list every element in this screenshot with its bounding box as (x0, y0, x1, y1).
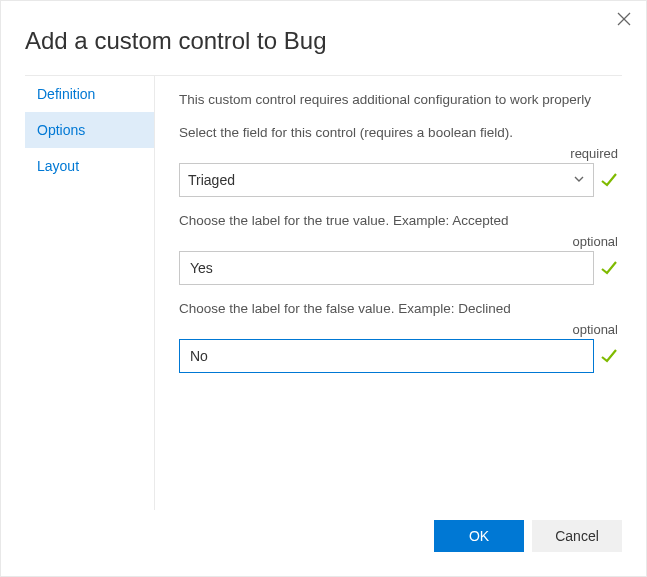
sidebar-item-options[interactable]: Options (25, 112, 154, 148)
cancel-button[interactable]: Cancel (532, 520, 622, 552)
options-panel: This custom control requires additional … (155, 75, 622, 510)
ok-button[interactable]: OK (434, 520, 524, 552)
dialog-footer: OK Cancel (434, 520, 622, 552)
sidebar: Definition Options Layout (25, 75, 155, 510)
dialog-title: Add a custom control to Bug (25, 27, 622, 55)
field-select-dropdown[interactable]: Triaged (179, 163, 594, 197)
sidebar-item-layout[interactable]: Layout (25, 148, 154, 184)
sidebar-item-label: Layout (37, 158, 79, 174)
checkmark-icon (600, 347, 618, 365)
field-select-indicator: required (179, 146, 618, 161)
true-value-input[interactable] (179, 251, 594, 285)
sidebar-item-label: Definition (37, 86, 95, 102)
chevron-down-icon (573, 172, 585, 188)
close-button[interactable] (612, 9, 636, 33)
false-value-input[interactable] (179, 339, 594, 373)
field-select-value: Triaged (188, 172, 235, 188)
false-value-indicator: optional (179, 322, 618, 337)
close-icon (617, 12, 631, 30)
sidebar-item-definition[interactable]: Definition (25, 76, 154, 112)
true-value-label: Choose the label for the true value. Exa… (179, 213, 618, 228)
dialog-content: Definition Options Layout This custom co… (1, 75, 646, 510)
dialog-header: Add a custom control to Bug (1, 1, 646, 75)
field-select-label: Select the field for this control (requi… (179, 125, 618, 140)
false-value-label: Choose the label for the false value. Ex… (179, 301, 618, 316)
true-value-indicator: optional (179, 234, 618, 249)
intro-text: This custom control requires additional … (179, 92, 618, 107)
checkmark-icon (600, 259, 618, 277)
checkmark-icon (600, 171, 618, 189)
sidebar-item-label: Options (37, 122, 85, 138)
